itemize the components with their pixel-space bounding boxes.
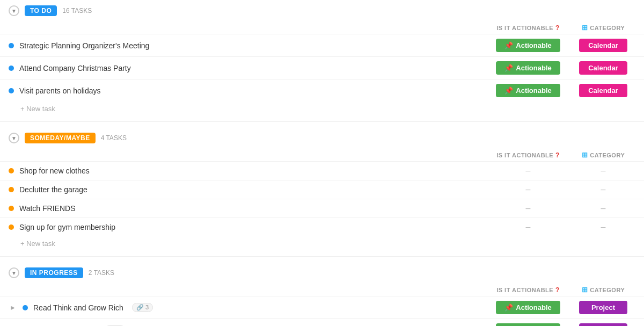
category-cell: Calendar [571, 61, 635, 75]
pin-icon: 📌 [504, 64, 513, 72]
actionable-button[interactable]: 📌Actionable [496, 301, 560, 314]
category-button[interactable]: Calendar [579, 84, 627, 97]
actionable-cell: 📌Actionable [485, 61, 571, 75]
task-name: Watch FRIENDS [19, 204, 76, 213]
category-dash: – [571, 185, 635, 194]
task-dot [9, 224, 14, 230]
pin-icon: 📌 [504, 303, 513, 311]
task-name: Sign up for gym membership [19, 223, 115, 231]
chevron-down-icon[interactable]: ▼ [9, 267, 19, 278]
column-headers: IS IT ACTIONABLE ?⊞CATEGORY [0, 149, 644, 161]
category-cell: Calendar [571, 84, 635, 97]
task-left: Strategic Planning Organizer's Meeting [9, 41, 485, 50]
task-left: Visit parents on holidays [9, 86, 485, 95]
category-dash: – [571, 204, 635, 213]
section-header: ▼IN PROGRESS2 TASKS [0, 262, 644, 284]
badge-someday: SOMEDAY/MAYBE [25, 133, 96, 143]
category-cell: Calendar [571, 39, 635, 52]
task-name: Attend Company Christmas Party [19, 64, 131, 73]
table-row[interactable]: Strategic Planning Organizer's Meeting📌A… [0, 34, 644, 56]
table-row[interactable]: ▶Anniversary dinner🔗 3📌ActionableProject [0, 318, 644, 326]
task-name: Strategic Planning Organizer's Meeting [19, 41, 149, 50]
category-dash: – [571, 166, 635, 176]
table-row[interactable]: Attend Company Christmas Party📌Actionabl… [0, 56, 644, 79]
grid-icon: ⊞ [582, 286, 588, 294]
category-cell: Project [571, 323, 635, 326]
category-button[interactable]: Project [579, 301, 627, 314]
task-dot [9, 206, 14, 211]
table-row[interactable]: Declutter the garage–– [0, 180, 644, 199]
category-cell: – [571, 185, 635, 194]
column-header-category: ⊞CATEGORY [571, 151, 635, 159]
category-button[interactable]: Project [579, 323, 627, 326]
badge-inprogress: IN PROGRESS [25, 267, 83, 278]
section-header: ▼SOMEDAY/MAYBE4 TASKS [0, 127, 644, 149]
actionable-button[interactable]: 📌Actionable [496, 84, 560, 97]
task-left: Attend Company Christmas Party [9, 64, 485, 73]
expand-arrow-icon[interactable]: ▶ [9, 303, 17, 312]
column-headers: IS IT ACTIONABLE ?⊞CATEGORY [0, 284, 644, 296]
badge-todo: TO DO [25, 5, 57, 16]
column-headers: IS IT ACTIONABLE ?⊞CATEGORY [0, 21, 644, 34]
task-left: ▶Read Think and Grow Rich🔗 3 [9, 303, 485, 312]
actionable-dash: – [485, 185, 571, 194]
actionable-cell: – [485, 222, 571, 232]
category-cell: – [571, 222, 635, 232]
category-cell: – [571, 204, 635, 213]
task-name: Declutter the garage [19, 185, 87, 194]
grid-icon: ⊞ [582, 151, 588, 159]
new-task-button[interactable]: + New task [0, 236, 644, 251]
task-left: Shop for new clothes [9, 166, 485, 175]
task-count: 2 TASKS [89, 269, 114, 277]
table-row[interactable]: Watch FRIENDS–– [0, 199, 644, 218]
task-count: 16 TASKS [62, 7, 92, 15]
task-dot [9, 168, 14, 173]
actionable-dash: – [485, 222, 571, 232]
chevron-down-icon[interactable]: ▼ [9, 5, 19, 16]
column-header-category: ⊞CATEGORY [571, 24, 635, 32]
task-name: Read Think and Grow Rich [33, 303, 123, 312]
section-todo: ▼TO DO16 TASKSIS IT ACTIONABLE ?⊞CATEGOR… [0, 0, 644, 122]
actionable-cell: – [485, 166, 571, 176]
section-inprogress: ▼IN PROGRESS2 TASKSIS IT ACTIONABLE ?⊞CA… [0, 262, 644, 326]
table-row[interactable]: Visit parents on holidays📌ActionableCale… [0, 79, 644, 102]
new-task-button[interactable]: + New task [0, 102, 644, 116]
task-count: 4 TASKS [101, 134, 127, 142]
actionable-cell: 📌Actionable [485, 323, 571, 326]
section-header: ▼TO DO16 TASKS [0, 0, 644, 21]
task-dot [9, 66, 14, 71]
task-left: Watch FRIENDS [9, 204, 485, 213]
table-row[interactable]: Sign up for gym membership–– [0, 218, 644, 236]
actionable-dash: – [485, 204, 571, 213]
task-left: Sign up for gym membership [9, 223, 485, 231]
category-cell: – [571, 166, 635, 176]
task-name: Shop for new clothes [19, 166, 90, 175]
task-dot [9, 187, 14, 192]
category-cell: Project [571, 301, 635, 314]
table-row[interactable]: ▶Read Think and Grow Rich🔗 3📌ActionableP… [0, 296, 644, 318]
column-header-actionable: IS IT ACTIONABLE ? [485, 151, 571, 159]
task-left: Declutter the garage [9, 185, 485, 194]
pin-icon: 📌 [504, 41, 513, 49]
category-dash: – [571, 222, 635, 232]
actionable-button[interactable]: 📌Actionable [496, 323, 560, 326]
column-header-actionable: IS IT ACTIONABLE ? [485, 24, 571, 32]
task-dot [23, 305, 28, 310]
section-someday: ▼SOMEDAY/MAYBE4 TASKSIS IT ACTIONABLE ?⊞… [0, 127, 644, 257]
column-header-category: ⊞CATEGORY [571, 286, 635, 294]
actionable-cell: – [485, 204, 571, 213]
table-row[interactable]: Shop for new clothes–– [0, 161, 644, 180]
category-button[interactable]: Calendar [579, 61, 627, 75]
actionable-button[interactable]: 📌Actionable [496, 39, 560, 52]
actionable-dash: – [485, 166, 571, 176]
task-dot [9, 43, 14, 48]
pin-icon: 📌 [504, 86, 513, 95]
grid-icon: ⊞ [582, 24, 588, 32]
actionable-cell: 📌Actionable [485, 84, 571, 97]
chevron-down-icon[interactable]: ▼ [9, 133, 19, 143]
actionable-button[interactable]: 📌Actionable [496, 61, 560, 75]
actionable-cell: 📌Actionable [485, 301, 571, 314]
actionable-cell: – [485, 185, 571, 194]
category-button[interactable]: Calendar [579, 39, 627, 52]
actionable-cell: 📌Actionable [485, 39, 571, 52]
